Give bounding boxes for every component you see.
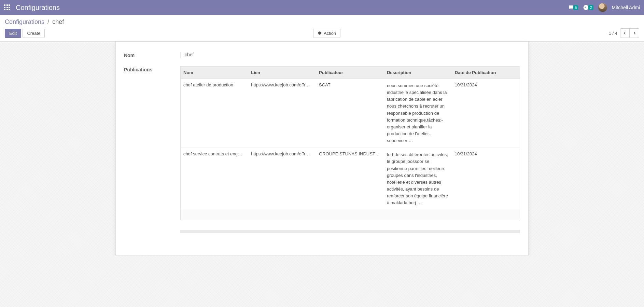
cell-date: 10/31/2024: [452, 79, 520, 148]
cell-publicateur: SCAT: [316, 79, 384, 148]
col-date[interactable]: Date de Publication: [452, 67, 520, 79]
col-lien[interactable]: Lien: [248, 67, 316, 79]
chat-icon[interactable]: 5: [568, 4, 578, 11]
table-row[interactable]: chef atelier de production https://www.k…: [181, 79, 520, 148]
horizontal-scrollbar[interactable]: [180, 230, 520, 233]
publications-table: Nom Lien Publicateur Description Date de…: [180, 66, 520, 210]
pager-text: 1 / 4: [609, 31, 617, 36]
create-button[interactable]: Create: [23, 29, 45, 38]
apps-icon[interactable]: [4, 4, 10, 11]
pager-prev[interactable]: [620, 28, 630, 38]
activity-badge: 2: [588, 5, 593, 10]
action-label: Action: [324, 31, 336, 36]
chevron-right-icon: [633, 31, 636, 35]
action-button[interactable]: Action: [313, 29, 340, 38]
col-nom[interactable]: Nom: [181, 67, 249, 79]
breadcrumb-parent[interactable]: Configurations: [5, 18, 44, 25]
col-publicateur[interactable]: Publicateur: [316, 67, 384, 79]
chat-badge: 5: [573, 5, 578, 10]
breadcrumb-sep: /: [47, 18, 49, 25]
cell-lien: https://www.keejob.com/offr…: [248, 79, 316, 148]
chevron-left-icon: [623, 31, 627, 35]
field-value-nom: chef: [180, 52, 520, 58]
avatar[interactable]: [598, 3, 607, 12]
activity-icon[interactable]: 2: [583, 4, 593, 11]
breadcrumb: Configurations / chef: [5, 18, 639, 26]
cell-date: 10/31/2024: [452, 148, 520, 210]
field-label-nom: Nom: [124, 52, 180, 58]
toolbar: Edit Create Action 1 / 4: [5, 28, 639, 41]
edit-button[interactable]: Edit: [5, 29, 21, 38]
pager: 1 / 4: [609, 28, 639, 38]
username[interactable]: Mitchell Admi: [612, 5, 640, 10]
form-sheet: Nom chef Publications Nom: [115, 42, 529, 255]
cell-publicateur: GROUPE STUNAS INDUST…: [316, 148, 384, 210]
subheader: Configurations / chef Edit Create Action…: [0, 15, 644, 42]
table-row[interactable]: chef service contrats et eng… https://ww…: [181, 148, 520, 210]
breadcrumb-current: chef: [52, 18, 64, 25]
field-label-publications: Publications: [124, 66, 180, 233]
gear-icon: [318, 31, 322, 35]
app-title: Configurations: [16, 4, 60, 12]
cell-description: nous sommes une société industrielle spé…: [384, 79, 452, 148]
col-description[interactable]: Description: [384, 67, 452, 79]
table-footer: [180, 210, 520, 220]
cell-nom: chef atelier de production: [181, 79, 249, 148]
pager-next[interactable]: [630, 28, 639, 38]
cell-description: fort de ses différentes activités, le gr…: [384, 148, 452, 210]
cell-lien: https://www.keejob.com/offr…: [248, 148, 316, 210]
topbar: Configurations 5 2 Mitchell Admi: [0, 0, 644, 15]
cell-nom: chef service contrats et eng…: [181, 148, 249, 210]
